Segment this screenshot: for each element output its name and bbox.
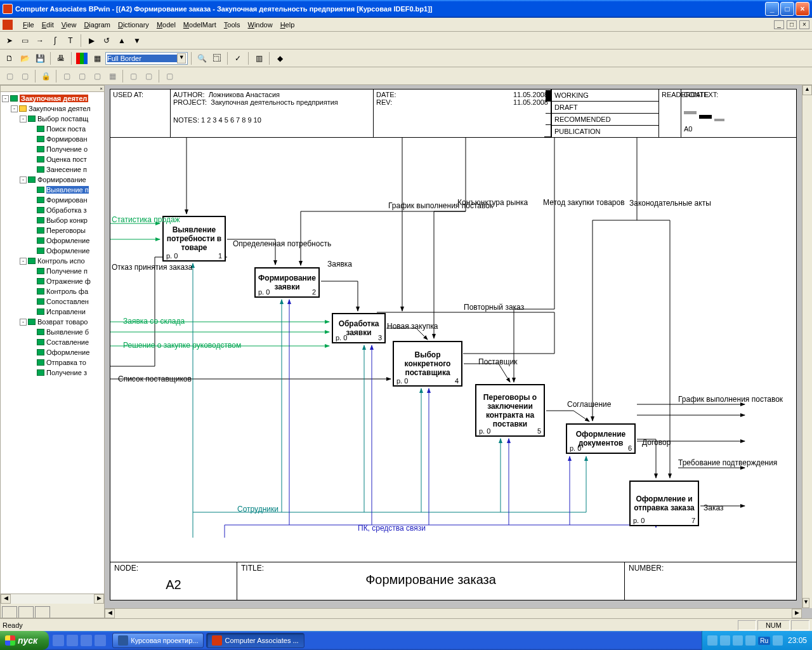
combo-dropdown-button[interactable]: ▼ — [177, 53, 186, 63]
squiggle-tool-button[interactable]: ʃ — [48, 34, 62, 48]
tree-node[interactable]: -Возврат товаро — [1, 317, 104, 327]
scroll-left-button[interactable]: ◀ — [105, 609, 115, 618]
menu-help[interactable]: Help — [277, 20, 299, 30]
mm-btn-1[interactable]: ▢ — [3, 69, 16, 83]
tree-node[interactable]: Оформление — [1, 347, 104, 357]
up-button[interactable]: ▲ — [115, 34, 129, 48]
tree-node[interactable]: Контроль фа — [1, 286, 104, 296]
explorer-tab-2[interactable] — [18, 606, 34, 618]
spellcheck-button[interactable]: ✓ — [231, 51, 245, 65]
tree-node[interactable]: Переговоры — [1, 225, 104, 235]
canvas-v-scrollbar[interactable]: ▲ ▼ — [802, 85, 812, 608]
tree-node[interactable]: -Закупочная деятел — [1, 93, 104, 103]
tree-node[interactable]: -Выбор поставщ — [1, 114, 104, 124]
tree-node[interactable]: -Формирование — [1, 175, 104, 185]
scroll-up-button[interactable]: ▲ — [802, 85, 812, 95]
activity-box-2[interactable]: Формирование заявкиp. 02 — [254, 267, 320, 298]
mm-grid-button[interactable]: ▦ — [105, 69, 119, 83]
zoom-in-button[interactable]: 🔍 — [195, 51, 209, 65]
tree-node[interactable]: Оценка пост — [1, 154, 104, 164]
tree-node[interactable]: Выявление б — [1, 327, 104, 337]
ql-icon-2[interactable] — [67, 635, 78, 646]
mm-btn-7[interactable]: ▢ — [141, 69, 155, 83]
refresh-button[interactable]: ↺ — [100, 34, 114, 48]
activity-box-6[interactable]: Оформление документовp. 06 — [566, 423, 636, 454]
tree-node[interactable]: Поиск поста — [1, 124, 104, 134]
tree-node[interactable]: -Контроль испо — [1, 256, 104, 266]
activity-box-5[interactable]: Переговоры о заключении контракта на пос… — [475, 384, 545, 437]
menu-file[interactable]: File — [19, 20, 38, 30]
pointer-tool-button[interactable]: ➤ — [3, 34, 16, 48]
mm-btn-3[interactable]: ▢ — [60, 69, 74, 83]
print-button[interactable]: 🖶 — [54, 51, 68, 65]
ql-icon-1[interactable] — [53, 635, 64, 646]
border-style-combo[interactable]: ▼ — [105, 52, 188, 65]
activity-box-4[interactable]: Выбор конкретного поставщикаp. 04 — [393, 341, 462, 387]
model-tree[interactable]: -Закупочная деятел-Закупочная деятел-Выб… — [1, 92, 104, 594]
tree-node[interactable]: Выбор конкр — [1, 215, 104, 225]
taskbar-button-word[interactable]: Курсовая проектир... — [112, 633, 204, 648]
tree-node[interactable]: Составление — [1, 337, 104, 347]
tray-icon-4[interactable] — [745, 635, 756, 646]
play-button[interactable]: ▶ — [84, 34, 98, 48]
mm-btn-5[interactable]: ▢ — [90, 69, 104, 83]
ql-icon-4[interactable] — [95, 635, 106, 646]
canvas-h-scrollbar[interactable]: ◀ ▶ — [105, 608, 802, 618]
menu-modelmart[interactable]: ModelMart — [180, 20, 220, 30]
tree-node[interactable]: Оформление — [1, 235, 104, 246]
tray-icon-1[interactable] — [707, 635, 717, 646]
mm-btn-2[interactable]: ▢ — [18, 69, 32, 83]
tree-node[interactable]: Получение о — [1, 144, 104, 154]
tree-node[interactable]: Сопоставлен — [1, 296, 104, 307]
taskbar-button-bpwin[interactable]: Computer Associates ... — [206, 633, 304, 648]
new-button[interactable]: 🗋 — [3, 51, 16, 65]
menu-window[interactable]: Window — [244, 20, 277, 30]
mdi-restore-button[interactable]: □ — [787, 20, 797, 29]
tray-clock[interactable]: 23:05 — [788, 636, 807, 645]
tray-icon-3[interactable] — [733, 635, 743, 646]
activity-box-3[interactable]: Обработка заявкиp. 03 — [332, 313, 386, 343]
zoom-fit-button[interactable]: ⿹ — [210, 51, 224, 65]
tree-node[interactable]: -Закупочная деятел — [1, 103, 104, 114]
tree-node[interactable]: Выявление п — [1, 185, 104, 195]
save-button[interactable]: 💾 — [33, 51, 47, 65]
close-button[interactable]: × — [796, 2, 809, 16]
scroll-right-button[interactable]: ▶ — [792, 609, 802, 618]
model-explorer-button[interactable]: ▦ — [90, 51, 104, 65]
maximize-button[interactable]: □ — [780, 2, 794, 16]
tree-node[interactable]: Получение з — [1, 368, 104, 378]
scroll-left-button[interactable]: ◀ — [1, 594, 11, 604]
menu-model[interactable]: Model — [153, 20, 180, 30]
explorer-tab-1[interactable] — [2, 606, 17, 618]
tree-node[interactable]: Получение п — [1, 266, 104, 276]
ql-icon-3[interactable] — [81, 635, 92, 646]
minimize-button[interactable]: _ — [765, 2, 779, 16]
report-button[interactable]: ▥ — [252, 51, 266, 65]
tree-node[interactable]: Занесение п — [1, 164, 104, 175]
open-button[interactable]: 📂 — [18, 51, 32, 65]
border-style-input[interactable] — [107, 55, 177, 62]
mm-lock-button[interactable]: 🔒 — [39, 69, 53, 83]
menu-view[interactable]: View — [58, 20, 81, 30]
scroll-down-button[interactable]: ▼ — [802, 598, 809, 608]
language-indicator[interactable]: Ru — [758, 637, 770, 645]
tree-node[interactable]: Отражение ф — [1, 276, 104, 286]
activity-box-7[interactable]: Оформление и отправка заказаp. 07 — [629, 481, 699, 526]
mm-btn-8[interactable]: ▢ — [162, 69, 176, 83]
tree-h-scrollbar[interactable]: ◀ ▶ — [1, 594, 104, 604]
modelmart-button[interactable]: ◆ — [273, 51, 287, 65]
down-button[interactable]: ▼ — [130, 34, 144, 48]
tree-node[interactable]: Исправлени — [1, 307, 104, 317]
diagram-canvas[interactable]: USED AT: AUTHOR: Ложникова Анастасия PRO… — [105, 85, 812, 618]
menu-edit[interactable]: Edit — [38, 20, 58, 30]
start-button[interactable]: пуск — [0, 631, 49, 650]
mm-btn-6[interactable]: ▢ — [126, 69, 140, 83]
tree-node[interactable]: Отправка то — [1, 357, 104, 368]
tree-node[interactable]: Формирован — [1, 195, 104, 205]
tree-node[interactable]: Формирован — [1, 134, 104, 144]
arrow-tool-button[interactable]: → — [33, 34, 47, 48]
explorer-tab-3[interactable] — [35, 606, 50, 618]
panel-close-button[interactable]: × — [1, 86, 104, 92]
color-palette-button[interactable] — [75, 51, 89, 65]
activity-box-button[interactable]: ▭ — [18, 34, 32, 48]
